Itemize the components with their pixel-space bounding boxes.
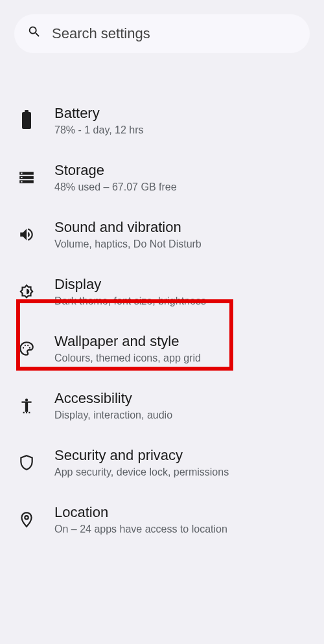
accessibility-icon	[12, 397, 41, 414]
item-title: Location	[54, 504, 312, 521]
settings-item-storage[interactable]: Storage 48% used – 67.07 GB free	[0, 149, 324, 206]
item-title: Display	[54, 276, 312, 293]
item-title: Battery	[54, 105, 312, 122]
palette-icon	[12, 340, 41, 357]
settings-item-battery[interactable]: Battery 78% - 1 day, 12 hrs	[0, 92, 324, 149]
settings-item-wallpaper[interactable]: Wallpaper and style Colours, themed icon…	[0, 320, 324, 377]
location-icon	[12, 511, 41, 528]
item-subtitle: Colours, themed icons, app grid	[54, 352, 312, 364]
svg-point-2	[27, 345, 29, 346]
item-subtitle: Display, interaction, audio	[54, 409, 312, 421]
item-subtitle: App security, device lock, permissions	[54, 466, 312, 478]
search-icon	[27, 25, 41, 43]
settings-item-display[interactable]: Display Dark theme, font size, brightnes…	[0, 263, 324, 320]
item-title: Storage	[54, 162, 312, 179]
search-placeholder: Search settings	[52, 25, 150, 42]
brightness-icon	[12, 283, 41, 300]
item-title: Wallpaper and style	[54, 333, 312, 350]
item-subtitle: 78% - 1 day, 12 hrs	[54, 124, 312, 136]
svg-point-3	[29, 347, 30, 349]
settings-list: Battery 78% - 1 day, 12 hrs Storage 48% …	[0, 53, 324, 548]
item-title: Security and privacy	[54, 447, 312, 464]
storage-icon	[12, 169, 41, 186]
item-subtitle: 48% used – 67.07 GB free	[54, 181, 312, 193]
item-subtitle: Dark theme, font size, brightness	[54, 295, 312, 307]
item-title: Accessibility	[54, 390, 312, 407]
settings-item-security[interactable]: Security and privacy App security, devic…	[0, 434, 324, 491]
item-title: Sound and vibration	[54, 219, 312, 236]
item-subtitle: On – 24 apps have access to location	[54, 523, 312, 535]
svg-point-1	[25, 345, 26, 346]
settings-item-sound[interactable]: Sound and vibration Volume, haptics, Do …	[0, 206, 324, 263]
svg-point-5	[25, 516, 28, 519]
battery-icon	[12, 112, 41, 129]
item-subtitle: Volume, haptics, Do Not Disturb	[54, 238, 312, 250]
svg-point-4	[25, 398, 28, 401]
sound-icon	[12, 226, 41, 243]
svg-point-0	[23, 347, 24, 349]
settings-item-location[interactable]: Location On – 24 apps have access to loc…	[0, 491, 324, 548]
shield-icon	[12, 454, 41, 471]
search-bar[interactable]: Search settings	[14, 14, 310, 53]
settings-item-accessibility[interactable]: Accessibility Display, interaction, audi…	[0, 377, 324, 434]
